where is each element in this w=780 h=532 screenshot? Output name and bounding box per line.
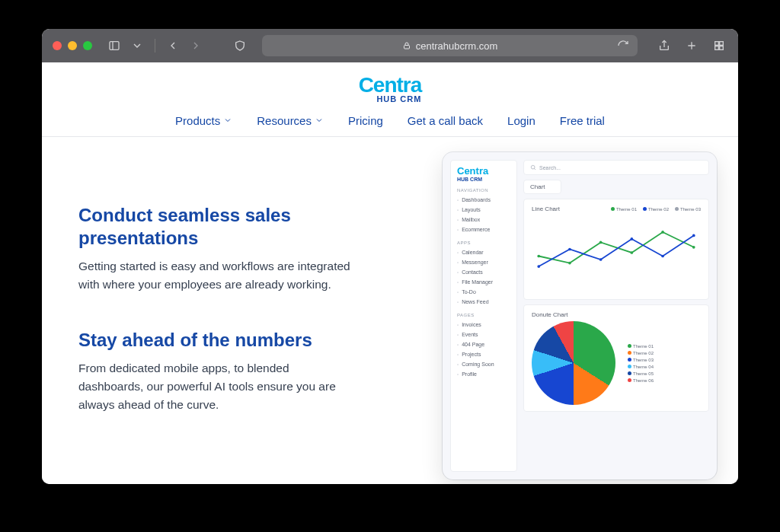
hero-illustration: CentraHUB CRM NAVIGATION Dashboards Layo… bbox=[380, 155, 702, 467]
sidebar-group-label: NAVIGATION bbox=[457, 188, 510, 193]
nav-callback[interactable]: Get a call back bbox=[408, 114, 483, 127]
dashboard-mockup: CentraHUB CRM NAVIGATION Dashboards Layo… bbox=[443, 152, 717, 479]
svg-rect-6 bbox=[715, 42, 719, 46]
mock-side-item: File Manager bbox=[457, 277, 510, 287]
mock-search: Search... bbox=[523, 160, 709, 175]
logo-row: Centra HUB CRM bbox=[42, 62, 738, 110]
nav-trial[interactable]: Free trial bbox=[560, 114, 605, 127]
brand-logo[interactable]: Centra HUB CRM bbox=[359, 73, 422, 104]
address-bar-url: centrahubcrm.com bbox=[416, 40, 498, 52]
mock-side-item: Contacts bbox=[457, 267, 510, 277]
mock-side-item: Invoices bbox=[457, 320, 510, 330]
svg-rect-9 bbox=[720, 46, 724, 50]
svg-point-22 bbox=[661, 255, 664, 258]
card-title: Donute Chart bbox=[532, 311, 701, 318]
nav-label: Pricing bbox=[348, 114, 383, 127]
search-icon bbox=[530, 164, 536, 170]
mock-sidebar: CentraHUB CRM NAVIGATION Dashboards Layo… bbox=[450, 160, 517, 472]
svg-point-13 bbox=[568, 262, 571, 265]
feature-title: Stay ahead of the numbers bbox=[78, 329, 365, 352]
nav-label: Resources bbox=[257, 114, 312, 127]
nav-pricing[interactable]: Pricing bbox=[348, 114, 383, 127]
lock-icon bbox=[402, 41, 411, 50]
svg-point-16 bbox=[661, 231, 664, 234]
forward-button[interactable] bbox=[187, 37, 204, 54]
feature-section-2: Stay ahead of the numbers From dedicated… bbox=[78, 329, 365, 414]
pie-legend: Theme 01 Theme 02 Theme 03 Theme 04 Them… bbox=[628, 344, 654, 383]
svg-point-20 bbox=[599, 258, 603, 261]
mock-side-item: Mailbox bbox=[457, 215, 510, 225]
sidebar-group-label: PAGES bbox=[457, 313, 510, 317]
mock-side-item: Profile bbox=[457, 369, 510, 379]
mock-side-item: Coming Soon bbox=[457, 359, 510, 369]
sidebar-group-label: APPS bbox=[457, 241, 510, 245]
hero-copy: Conduct seamless sales presentations Get… bbox=[78, 155, 365, 467]
svg-point-23 bbox=[692, 234, 695, 237]
svg-point-10 bbox=[531, 165, 535, 169]
feature-body: From dedicated mobile apps, to blended d… bbox=[78, 359, 353, 414]
hero-section: Conduct seamless sales presentations Get… bbox=[42, 137, 738, 467]
mock-side-item: Dashboards bbox=[457, 195, 510, 205]
svg-point-14 bbox=[599, 241, 603, 244]
svg-point-12 bbox=[537, 255, 540, 258]
svg-point-17 bbox=[692, 246, 695, 249]
webpage-content: Centra HUB CRM Products Resources Pricin… bbox=[42, 62, 738, 484]
svg-line-11 bbox=[534, 168, 535, 170]
mock-side-item: Ecommerce bbox=[457, 225, 510, 234]
svg-point-15 bbox=[631, 251, 634, 254]
new-tab-icon[interactable] bbox=[683, 37, 700, 54]
svg-point-21 bbox=[631, 237, 634, 241]
chevron-down-icon bbox=[223, 114, 232, 127]
browser-window: centrahubcrm.com Centra HUB CRM bbox=[42, 29, 738, 484]
svg-rect-0 bbox=[110, 42, 119, 50]
tab-overview-icon[interactable] bbox=[711, 37, 727, 54]
nav-label: Products bbox=[175, 114, 220, 127]
mock-side-item: Projects bbox=[457, 349, 510, 359]
svg-rect-8 bbox=[715, 46, 719, 50]
nav-login[interactable]: Login bbox=[507, 114, 535, 127]
mock-side-item: 404 Page bbox=[457, 339, 510, 349]
sidebar-toggle-icon[interactable] bbox=[106, 37, 123, 54]
address-bar[interactable]: centrahubcrm.com bbox=[262, 35, 638, 56]
nav-label: Login bbox=[507, 114, 535, 127]
reload-icon[interactable] bbox=[615, 37, 631, 54]
close-window-button[interactable] bbox=[53, 41, 62, 50]
nav-label: Get a call back bbox=[408, 114, 483, 127]
nav-resources[interactable]: Resources bbox=[257, 114, 324, 127]
mock-donut-chart-card: Donute Chart Theme 01 Theme 02 Theme 03 … bbox=[523, 304, 709, 412]
mock-search-placeholder: Search... bbox=[539, 165, 561, 170]
nav-label: Free trial bbox=[560, 114, 605, 127]
card-title: Line Chart bbox=[532, 205, 560, 212]
mock-line-chart-card: Line Chart Theme 01 Theme 02 Theme 03 bbox=[523, 199, 709, 300]
mock-main: Search... Chart Line Chart Theme 01 Them… bbox=[523, 160, 709, 472]
mock-side-item: To-Do bbox=[457, 287, 510, 297]
feature-title: Conduct seamless sales presentations bbox=[78, 204, 365, 250]
nav-products[interactable]: Products bbox=[175, 114, 232, 127]
mock-side-item: Layouts bbox=[457, 205, 510, 215]
primary-nav: Products Resources Pricing Get a call ba… bbox=[42, 110, 738, 137]
share-icon[interactable] bbox=[656, 37, 673, 54]
mock-side-item: News Feed bbox=[457, 297, 510, 307]
mock-side-item: Calendar bbox=[457, 247, 510, 257]
pie-chart bbox=[532, 321, 615, 405]
feature-section-1: Conduct seamless sales presentations Get… bbox=[78, 204, 365, 294]
brand-name: Centra bbox=[359, 73, 422, 97]
chevron-down-icon bbox=[315, 114, 324, 127]
minimize-window-button[interactable] bbox=[68, 41, 77, 50]
shield-icon[interactable] bbox=[232, 37, 248, 54]
mock-tab: Chart bbox=[523, 180, 561, 194]
window-controls bbox=[53, 41, 92, 50]
svg-point-19 bbox=[568, 248, 571, 251]
svg-rect-7 bbox=[720, 42, 724, 46]
browser-chrome: centrahubcrm.com bbox=[42, 29, 738, 62]
back-button[interactable] bbox=[165, 37, 181, 54]
svg-rect-2 bbox=[404, 46, 409, 49]
svg-point-18 bbox=[537, 265, 540, 268]
chevron-down-icon[interactable] bbox=[129, 37, 145, 54]
maximize-window-button[interactable] bbox=[83, 41, 92, 50]
mock-side-item: Messenger bbox=[457, 257, 510, 267]
chrome-divider bbox=[155, 39, 155, 53]
mock-logo: CentraHUB CRM bbox=[457, 165, 510, 182]
mock-side-item: Events bbox=[457, 330, 510, 339]
feature-body: Getting started is easy and workflows ar… bbox=[78, 257, 353, 294]
